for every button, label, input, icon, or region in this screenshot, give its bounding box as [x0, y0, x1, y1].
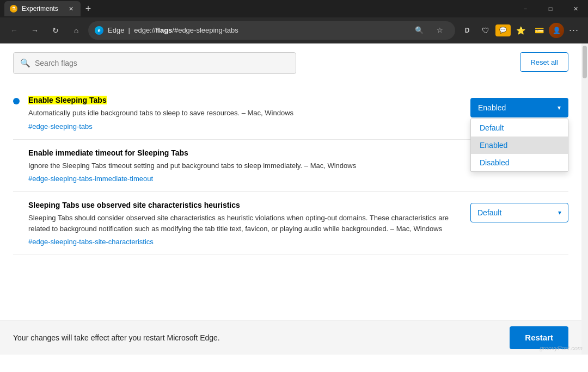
- address-domain: flags: [156, 26, 172, 34]
- home-button[interactable]: ⌂: [68, 22, 85, 39]
- flag-main-content-3: Sleeping Tabs use observed site characte…: [28, 201, 462, 246]
- search-row: 🔍 Reset all: [13, 52, 568, 74]
- flag-dot-indicator: [13, 98, 20, 104]
- search-page-icon[interactable]: 🔍: [411, 22, 428, 39]
- tab-label: Experiments: [22, 5, 58, 13]
- flag-description-2: Ignore the Sleeping Tabs timeout setting…: [28, 160, 462, 171]
- scrollbar-thumb[interactable]: [583, 46, 587, 78]
- flag-title-text: Enable Sleeping Tabs: [28, 96, 107, 104]
- toolbar: ← → ↻ ⌂ e Edge | edge://flags/#edge-slee…: [0, 17, 588, 44]
- default-dropdown-button-3[interactable]: Default ▾: [470, 203, 568, 222]
- refresh-button[interactable]: ↻: [47, 22, 64, 39]
- restore-button[interactable]: □: [538, 0, 563, 17]
- flag-description: Automatically puts idle background tabs …: [28, 108, 462, 119]
- flag-link-2[interactable]: #edge-sleeping-tabs-immediate-timeout: [28, 175, 153, 183]
- address-text: Edge | edge://flags/#edge-sleeping-tabs: [108, 26, 238, 34]
- minimize-button[interactable]: −: [513, 0, 538, 17]
- flag-title-2: Enable immediate timeout for Sleeping Ta…: [28, 148, 462, 157]
- search-input[interactable]: [35, 59, 289, 67]
- flag-description-3: Sleeping Tabs should consider observed s…: [28, 213, 462, 234]
- active-tab[interactable]: ⚗ Experiments ✕: [4, 1, 81, 16]
- shield-icon[interactable]: 🛡: [477, 22, 494, 39]
- new-tab-button[interactable]: +: [81, 1, 96, 16]
- dropdown-option-disabled[interactable]: Disabled: [471, 154, 568, 171]
- flag-item-sleeping-tabs: Enable Sleeping Tabs Automatically puts …: [13, 87, 568, 140]
- forward-button[interactable]: →: [26, 22, 44, 39]
- flag-title-text-3: Sleeping Tabs use observed site characte…: [28, 201, 240, 209]
- dropdown-arrow-icon: ▾: [558, 104, 561, 111]
- search-area: 🔍 Reset all: [0, 44, 581, 83]
- back-button[interactable]: ←: [5, 22, 23, 39]
- bottom-bar: Your changes will take effect after you …: [0, 320, 581, 355]
- address-scheme: edge://: [134, 26, 156, 34]
- toolbar-icons: D 🛡 💬 ⭐ 💳 👤 ···: [458, 22, 583, 39]
- flags-list: Enable Sleeping Tabs Automatically puts …: [0, 83, 581, 320]
- page: 🔍 Reset all Enable Sleeping Tabs Automat…: [0, 44, 588, 355]
- reset-all-button[interactable]: Reset all: [520, 52, 568, 72]
- collections-icon[interactable]: ⭐: [512, 22, 529, 39]
- flag-main-content-2: Enable immediate timeout for Sleeping Ta…: [28, 148, 462, 183]
- dropdown-arrow-icon-3: ▾: [558, 209, 561, 216]
- address-bar[interactable]: e Edge | edge://flags/#edge-sleeping-tab…: [88, 21, 455, 40]
- flag-title: Enable Sleeping Tabs: [28, 96, 462, 104]
- close-button[interactable]: ✕: [563, 0, 588, 17]
- address-brand: Edge: [108, 26, 124, 34]
- flag-title-3: Sleeping Tabs use observed site characte…: [28, 201, 462, 209]
- address-hash: /#edge-sleeping-tabs: [172, 26, 238, 34]
- dropdown-option-default[interactable]: Default: [471, 119, 568, 137]
- edge-icon: e: [95, 26, 103, 35]
- titlebar-left: ⚗ Experiments ✕ +: [4, 1, 96, 16]
- dropdown-option-enabled[interactable]: Enabled: [471, 137, 568, 154]
- more-menu-button[interactable]: ···: [565, 22, 583, 39]
- flag-link[interactable]: #edge-sleeping-tabs: [28, 122, 93, 131]
- dashlane-icon[interactable]: D: [458, 22, 476, 39]
- scrollbar-track[interactable]: [581, 44, 588, 355]
- tab-close-button[interactable]: ✕: [66, 4, 75, 13]
- flag-main-content: Enable Sleeping Tabs Automatically puts …: [28, 96, 462, 131]
- tab-favicon: ⚗: [10, 5, 17, 13]
- wallet-icon[interactable]: 💳: [530, 22, 548, 39]
- flag-control: Enabled ▾ Default Enabled Disabled: [470, 98, 568, 117]
- titlebar: ⚗ Experiments ✕ + − □ ✕: [0, 0, 588, 17]
- enabled-dropdown-button[interactable]: Enabled ▾: [470, 98, 568, 117]
- dropdown-selected-value-3: Default: [477, 208, 501, 217]
- flag-item-site-characteristics: Sleeping Tabs use observed site characte…: [13, 192, 568, 255]
- avatar[interactable]: 👤: [549, 23, 564, 38]
- flag-control-3: Default ▾: [470, 203, 568, 222]
- window-controls: − □ ✕: [513, 0, 588, 17]
- flag-link-3[interactable]: #edge-sleeping-tabs-site-characteristics: [28, 238, 154, 246]
- search-box[interactable]: 🔍: [13, 52, 296, 74]
- search-icon: 🔍: [20, 58, 30, 68]
- favorites-icon[interactable]: ☆: [431, 22, 449, 39]
- restart-message: Your changes will take effect after you …: [13, 333, 220, 342]
- feedback-icon[interactable]: 💬: [495, 24, 511, 36]
- dropdown-menu: Default Enabled Disabled: [470, 119, 568, 172]
- flag-title-text-2: Enable immediate timeout for Sleeping Ta…: [28, 148, 188, 157]
- dropdown-selected-value: Enabled: [478, 103, 506, 112]
- watermark: groovyPost.com: [540, 345, 583, 351]
- content-area: 🔍 Reset all Enable Sleeping Tabs Automat…: [0, 44, 581, 355]
